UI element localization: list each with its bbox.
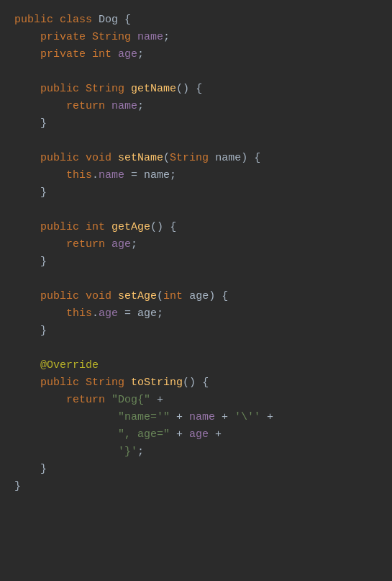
code-line: public void setName ( String name) { bbox=[14, 150, 378, 167]
keyword-class: class bbox=[60, 12, 92, 29]
code-line: public String toString () { bbox=[14, 374, 378, 392]
code-line: '}' ; bbox=[14, 443, 378, 461]
code-line-blank bbox=[14, 202, 378, 219]
code-line: public class Dog { bbox=[14, 12, 378, 29]
code-line: this . name = name; bbox=[14, 167, 378, 184]
code-line: ", age=" + age + bbox=[14, 426, 378, 443]
code-line: @Override bbox=[14, 357, 378, 374]
code-line: } bbox=[14, 323, 378, 340]
code-line: public String getName () { bbox=[14, 81, 378, 98]
code-line: } bbox=[14, 478, 378, 495]
code-line: public int getAge () { bbox=[14, 219, 378, 236]
code-line: this . age = age; bbox=[14, 305, 378, 323]
code-line: return "Dog{" + bbox=[14, 392, 378, 409]
code-line: private int age ; bbox=[14, 46, 378, 63]
code-editor: public class Dog { private String name ;… bbox=[0, 0, 392, 581]
code-line-blank bbox=[14, 340, 378, 357]
code-line: } bbox=[14, 461, 378, 478]
code-line: } bbox=[14, 115, 378, 132]
code-line: } bbox=[14, 184, 378, 202]
keyword-public: public bbox=[14, 12, 53, 29]
code-line: } bbox=[14, 253, 378, 271]
code-line-blank bbox=[14, 271, 378, 288]
code-line: return age ; bbox=[14, 236, 378, 253]
code-line-blank bbox=[14, 132, 378, 150]
code-line: return name ; bbox=[14, 98, 378, 115]
code-line: private String name ; bbox=[14, 29, 378, 46]
code-line-blank bbox=[14, 63, 378, 81]
code-line: public void setAge ( int age) { bbox=[14, 288, 378, 305]
code-line: "name='" + name + '\'' + bbox=[14, 409, 378, 426]
